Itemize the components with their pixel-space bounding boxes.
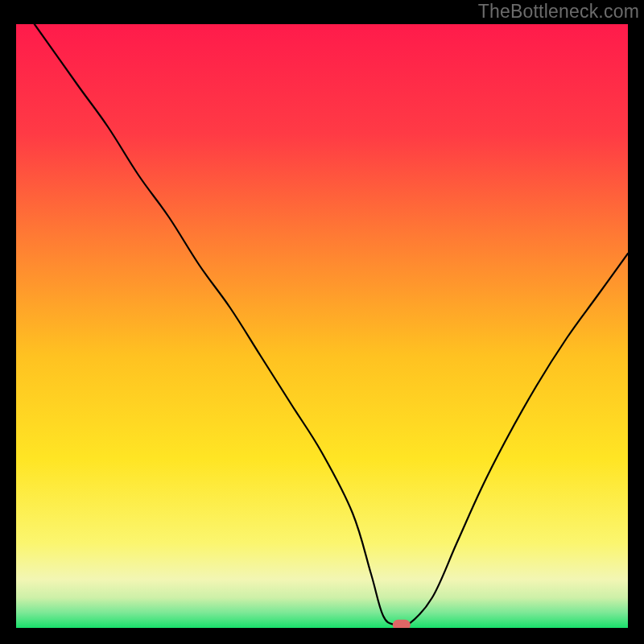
chart-svg xyxy=(0,0,644,644)
chart-stage: TheBottleneck.com xyxy=(0,0,644,644)
plot-area xyxy=(16,24,628,628)
svg-rect-1 xyxy=(16,24,628,628)
attribution-label: TheBottleneck.com xyxy=(478,1,639,23)
optimum-marker xyxy=(393,620,411,630)
